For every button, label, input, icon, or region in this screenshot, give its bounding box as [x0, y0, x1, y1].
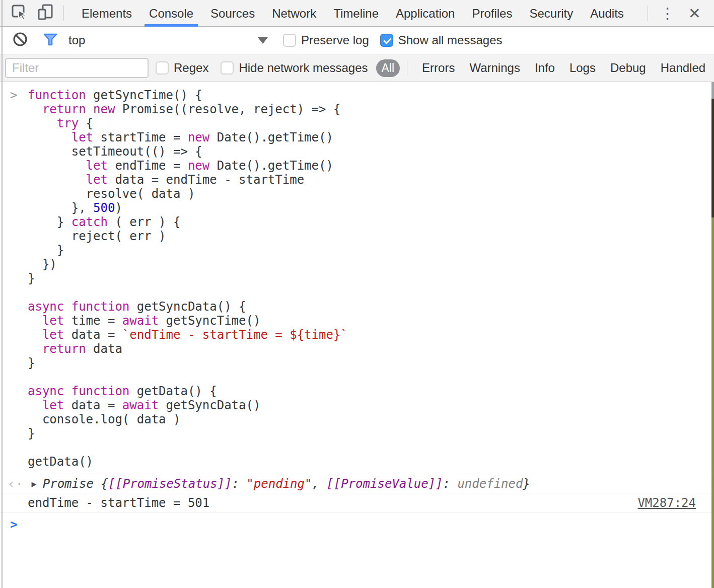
tab-sources[interactable]: Sources	[202, 0, 263, 27]
code-token: ( err ) {	[108, 215, 181, 229]
tab-timeline[interactable]: Timeline	[325, 0, 387, 27]
code-token: async	[28, 384, 64, 398]
code-token: [[PromiseStatus]]	[108, 477, 232, 491]
console-output-area: > function getSyncTime() { return new Pr…	[0, 82, 714, 588]
code-line: let data = await getSyncData()	[28, 398, 714, 412]
device-toolbar-icon	[37, 4, 54, 23]
code-line	[28, 285, 714, 300]
code-token: async	[28, 300, 64, 314]
filter-input[interactable]	[5, 58, 149, 78]
code-token: }	[28, 243, 64, 257]
code-token: new	[93, 102, 115, 116]
code-token: 500	[93, 201, 115, 215]
execution-context-selector[interactable]: top	[68, 33, 268, 47]
tab-network[interactable]: Network	[263, 0, 325, 27]
code-token	[86, 102, 93, 116]
code-token: return	[42, 102, 86, 116]
code-token: },	[28, 201, 93, 215]
page-edge-strip	[711, 217, 714, 588]
code-line: }	[28, 271, 714, 285]
filter-level-all-badge[interactable]: All	[376, 59, 400, 77]
console-code: function getSyncTime() { return new Prom…	[28, 88, 714, 469]
code-token: getSyncData() {	[129, 300, 246, 314]
code-token: }	[523, 477, 530, 491]
code-line: let startTime = new Date().getTime()	[28, 130, 714, 144]
clear-console-button[interactable]	[11, 31, 29, 49]
filter-level-debug[interactable]: Debug	[610, 61, 646, 75]
code-token: let	[42, 398, 64, 412]
block-icon	[12, 31, 28, 49]
code-token: let	[86, 159, 108, 173]
console-result-row: ‹· ▶ Promise {[[PromiseStatus]]: "pendin…	[0, 474, 714, 493]
code-token: getSyncData()	[159, 398, 260, 412]
tab-console[interactable]: Console	[140, 0, 202, 27]
code-token: setTimeout(() => {	[28, 144, 202, 159]
code-token	[64, 384, 71, 398]
code-token: data = endTime - startTime	[108, 173, 304, 187]
code-token: endTime =	[108, 159, 188, 173]
close-devtools-icon[interactable]: ✕	[688, 5, 701, 22]
console-prompt-row[interactable]: >	[0, 513, 714, 532]
toggle-device-toolbar-button[interactable]	[36, 4, 54, 22]
code-token: }	[28, 356, 35, 370]
hide-network-messages-checkbox[interactable]	[221, 61, 234, 75]
preserve-log-checkbox[interactable]	[283, 34, 296, 47]
code-line: try {	[28, 116, 714, 130]
code-token: catch	[72, 215, 108, 229]
input-echo-prompt-icon: >	[10, 88, 17, 102]
code-token	[28, 102, 42, 116]
filter-level-warnings[interactable]: Warnings	[469, 61, 520, 75]
code-line: getData()	[28, 455, 714, 469]
filter-level-logs[interactable]: Logs	[569, 61, 596, 75]
inspect-cursor-icon	[11, 4, 28, 23]
tab-audits[interactable]: Audits	[582, 0, 632, 27]
code-token: let	[72, 130, 93, 144]
code-line: function getSyncTime() {	[28, 88, 714, 102]
code-line: let data = endTime - startTime	[28, 173, 714, 187]
code-token	[28, 342, 42, 356]
code-token: let	[86, 173, 108, 187]
code-token: :	[443, 477, 458, 491]
code-token: }	[28, 426, 35, 440]
tab-profiles[interactable]: Profiles	[463, 0, 521, 27]
code-token: getSyncTime() {	[86, 88, 202, 102]
code-line: } catch ( err ) {	[28, 215, 714, 229]
more-options-icon[interactable]: ⋮	[660, 5, 675, 22]
inspect-element-button[interactable]	[10, 4, 28, 22]
code-line: let endTime = new Date().getTime()	[28, 159, 714, 173]
expand-triangle-icon[interactable]: ▶	[32, 479, 37, 489]
code-line: console.log( data )	[28, 412, 714, 426]
code-token: function	[72, 384, 130, 398]
code-line: }	[28, 356, 714, 370]
toolbar-divider	[648, 6, 648, 21]
code-line: }	[28, 426, 714, 440]
code-token	[28, 314, 42, 328]
tab-application[interactable]: Application	[387, 0, 463, 27]
tab-elements[interactable]: Elements	[73, 0, 140, 27]
devtools-window: Elements Console Sources Network Timelin…	[0, 0, 714, 588]
show-all-messages-label[interactable]: Show all messages	[398, 33, 503, 47]
filter-button[interactable]	[41, 31, 59, 49]
code-token	[28, 130, 72, 144]
code-token: data	[86, 342, 122, 356]
code-token: let	[42, 314, 64, 328]
code-token: return	[42, 342, 86, 356]
code-token: getData() {	[129, 384, 217, 398]
source-location-link[interactable]: VM287:24	[637, 496, 696, 510]
tab-security[interactable]: Security	[521, 0, 582, 27]
filter-level-info[interactable]: Info	[535, 61, 555, 75]
regex-label[interactable]: Regex	[174, 61, 208, 75]
show-all-messages-checkbox[interactable]	[380, 34, 393, 47]
filter-level-handled[interactable]: Handled	[661, 61, 705, 75]
code-token: data =	[64, 328, 122, 342]
code-token: new	[188, 130, 209, 144]
code-line: reject( err )	[28, 229, 714, 243]
regex-checkbox[interactable]	[156, 61, 169, 75]
code-token: function	[72, 300, 130, 314]
preserve-log-label[interactable]: Preserve log	[301, 33, 369, 47]
chevron-down-icon	[258, 37, 268, 44]
code-line	[28, 370, 714, 384]
hide-network-messages-label[interactable]: Hide network messages	[239, 61, 368, 75]
code-token	[28, 159, 86, 173]
filter-level-errors[interactable]: Errors	[422, 61, 455, 75]
